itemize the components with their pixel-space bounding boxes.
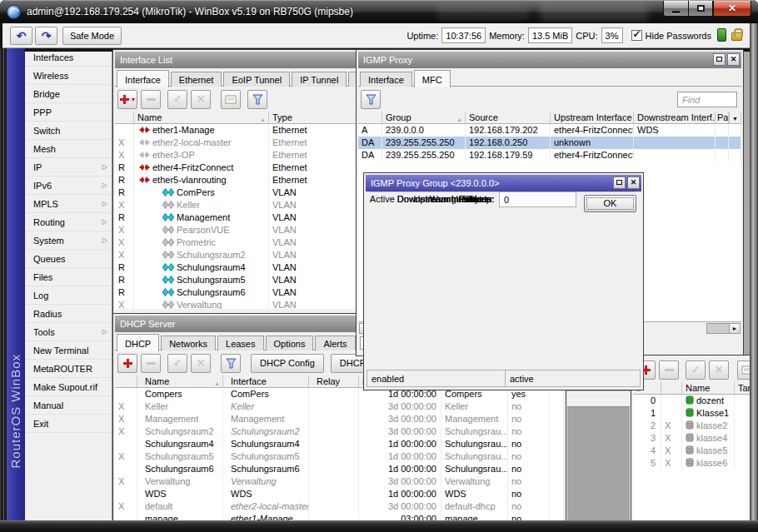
field-value[interactable]: 0 — [499, 191, 576, 207]
name-column-header[interactable]: Name▲ — [137, 375, 223, 387]
undo-button[interactable]: ↶ — [10, 27, 32, 45]
close-button[interactable]: ✕ — [627, 177, 640, 189]
sidebar-item-bridge[interactable]: Bridge — [25, 85, 112, 103]
remove-button[interactable] — [659, 360, 679, 380]
igmp-tab-interface[interactable]: Interface — [360, 72, 412, 87]
filter-button[interactable] — [247, 90, 267, 109]
dhcp-tab-options[interactable]: Options — [266, 336, 314, 351]
source-column-header[interactable]: Source — [466, 112, 551, 123]
table-row[interactable]: XSchulungsraum5Schulungsraum51d 00:00:00… — [115, 450, 564, 463]
table-row[interactable]: Xdefaultether2-local-master3d 00:00:00de… — [115, 500, 564, 513]
sidebar-item-system[interactable]: System▷ — [25, 231, 112, 250]
igmp-proxy-titlebar[interactable]: IGMP Proxy ✕ — [358, 52, 741, 68]
window-titlebar[interactable]: admin@192.168.179.254 (MikroTik) - WinBo… — [0, 0, 758, 23]
disable-button[interactable]: ✕ — [191, 90, 211, 109]
remove-button[interactable] — [141, 354, 161, 373]
sidebar-item-mesh[interactable]: Mesh — [25, 140, 112, 158]
enable-button[interactable]: ✓ — [167, 90, 187, 109]
interface-list-tab-ethernet[interactable]: Ethernet — [171, 72, 222, 87]
name-column-header[interactable]: Name▲ — [134, 112, 269, 123]
enable-button[interactable]: ✓ — [167, 354, 187, 373]
table-row[interactable]: XKellerKeller3d 00:00:00Kellerno — [115, 400, 564, 413]
sidebar-item-metarouter[interactable]: MetaROUTER — [25, 360, 112, 378]
sidebar-item-make-supout-rif[interactable]: Make Supout.rif — [25, 378, 112, 396]
sidebar-item-mpls[interactable]: MPLS▷ — [25, 195, 112, 213]
add-button[interactable] — [117, 354, 137, 373]
column-picker-button[interactable]: ▼ — [729, 112, 741, 123]
safe-mode-button[interactable]: Safe Mode — [62, 27, 122, 45]
dhcp-config-button[interactable]: DHCP Config — [251, 354, 324, 373]
table-row[interactable]: XManagementManagement3d 00:00:00Manageme… — [115, 413, 564, 425]
table-row[interactable]: Schulungsraum4Schulungsraum41d 00:00:00S… — [115, 438, 564, 450]
sidebar-item-ppp[interactable]: PPP — [25, 103, 112, 122]
sidebar-item-ipv6[interactable]: IPv6▷ — [25, 177, 112, 195]
table-row[interactable]: XSchulungsraum2Schulungsraum23d 00:00:00… — [115, 425, 564, 438]
sidebar-item-ip[interactable]: IP▷ — [25, 158, 112, 177]
maximize-button[interactable] — [613, 177, 626, 189]
packets-column-header[interactable]: Pac — [716, 112, 729, 123]
sidebar-item-radius[interactable]: Radius — [25, 305, 112, 323]
dhcp-tab-alerts[interactable]: Alerts — [315, 336, 355, 351]
disable-button[interactable]: ✕ — [709, 360, 729, 380]
table-row[interactable]: 1Klasse1 — [633, 407, 753, 420]
dialog-titlebar[interactable]: IGMP Proxy Group <239.0.0.0> ✕ — [366, 175, 641, 191]
sidebar-item-wireless[interactable]: Wireless — [25, 67, 112, 85]
sidebar-item-new-terminal[interactable]: New Terminal — [25, 341, 112, 360]
close-button[interactable]: ✕ — [727, 53, 740, 66]
sidebar-item-routing[interactable]: Routing▷ — [25, 213, 112, 231]
flag-column-header[interactable] — [661, 382, 682, 394]
close-button[interactable]: ✕ — [713, 1, 751, 17]
ok-button[interactable]: OK — [584, 195, 636, 212]
table-row[interactable]: 3Xklasse4 — [633, 432, 753, 445]
dhcp-tab-dhcp[interactable]: DHCP — [117, 334, 159, 351]
sidebar-item-manual[interactable]: Manual — [25, 396, 112, 415]
name-column-header[interactable]: Name — [682, 382, 735, 394]
remove-button[interactable] — [141, 90, 161, 109]
igmp-tab-mfc[interactable]: MFC — [414, 70, 451, 87]
table-row[interactable]: DA239.255.255.250192.168.179.59ether4-Fr… — [358, 149, 741, 162]
interface-column-header[interactable]: Interface — [223, 375, 309, 387]
sidebar-item-exit[interactable]: Exit — [25, 415, 112, 433]
filter-button[interactable] — [361, 90, 381, 109]
table-row[interactable]: 5Xklasse6 — [633, 457, 753, 470]
table-row[interactable]: A239.0.0.0192.168.179.202ether4-FritzCon… — [358, 124, 741, 137]
upstream-column-header[interactable]: Upstream Interface — [551, 112, 634, 123]
sidebar-item-tools[interactable]: Tools▷ — [25, 323, 112, 341]
interface-list-tab-ip-tunnel[interactable]: IP Tunnel — [292, 72, 347, 87]
table-row[interactable]: Schulungsraum6Schulungsraum61d 00:00:00S… — [115, 463, 564, 475]
sidebar-item-switch[interactable]: Switch — [25, 122, 112, 140]
hide-passwords-checkbox[interactable] — [631, 30, 642, 41]
table-row[interactable]: 0dozent — [633, 395, 753, 407]
interface-list-tab-eoip-tunnel[interactable]: EoIP Tunnel — [223, 72, 290, 87]
dhcp-tab-leases[interactable]: Leases — [217, 336, 263, 351]
relay-column-header[interactable]: Relay — [309, 375, 359, 387]
table-row[interactable]: XVerwaltungVerwaltung3d 00:00:00Verwaltu… — [115, 475, 564, 488]
sidebar-item-label: Tools — [33, 327, 55, 337]
flag-column-header[interactable] — [115, 375, 137, 387]
downstream-column-header[interactable]: Downstream Interf... — [634, 112, 716, 123]
table-row[interactable]: WDSWDS1d 00:00:00WDSno — [115, 488, 564, 500]
maximize-button[interactable] — [713, 53, 726, 66]
sidebar-item-log[interactable]: Log — [25, 286, 112, 305]
scroll-right-button[interactable]: ► — [729, 323, 741, 334]
redo-button[interactable]: ↷ — [35, 27, 57, 45]
minimize-button[interactable] — [663, 1, 688, 17]
sidebar-item-files[interactable]: Files — [25, 268, 112, 286]
table-row[interactable]: 2Xklasse2 — [633, 420, 753, 432]
table-row[interactable]: DA239.255.255.250192.168.0.250unknown — [358, 137, 741, 149]
interface-list-tab-interface[interactable]: Interface — [117, 70, 169, 87]
flag-column-header[interactable] — [358, 112, 382, 123]
find-input[interactable]: Find — [677, 92, 737, 107]
dhcp-tab-networks[interactable]: Networks — [161, 336, 216, 351]
comment-button[interactable] — [221, 90, 241, 109]
filter-button[interactable] — [221, 354, 241, 373]
disable-button[interactable]: ✕ — [191, 354, 211, 373]
sidebar-item-queues[interactable]: Queues — [25, 250, 112, 268]
enable-button[interactable]: ✓ — [686, 360, 706, 380]
redo-icon: ↷ — [42, 29, 52, 42]
table-row[interactable]: 4Xklasse5 — [633, 445, 753, 457]
add-button[interactable]: ▼ — [117, 90, 137, 109]
maximize-button[interactable] — [688, 1, 713, 17]
group-column-header[interactable]: Group▲ — [382, 112, 466, 123]
flag-column-header[interactable] — [115, 112, 134, 123]
